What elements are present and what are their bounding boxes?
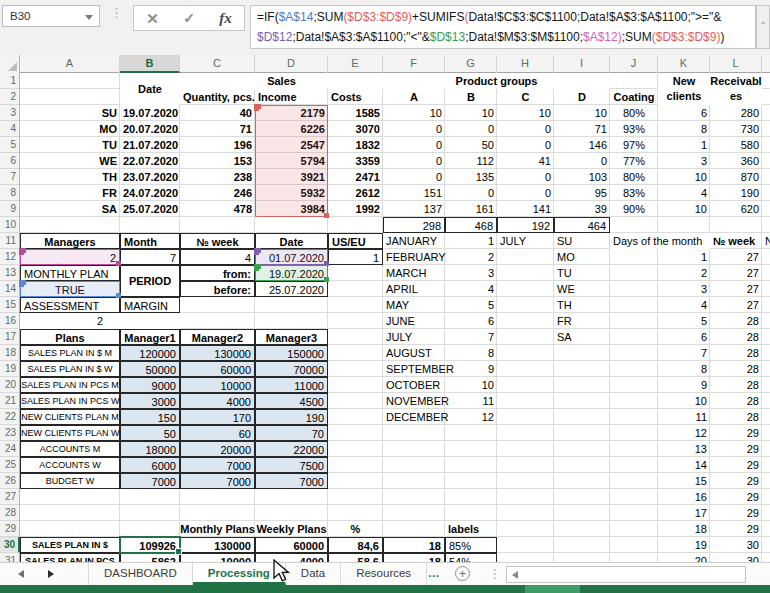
row-header-18[interactable]: 18 [0, 345, 20, 361]
cell-L9[interactable]: 620 [710, 201, 762, 217]
cell-A4[interactable]: MO [20, 121, 120, 137]
cell-D22[interactable]: 190 [255, 409, 328, 425]
cell-B20[interactable]: 9000 [120, 377, 180, 393]
cell-A23[interactable]: NEW CLIENTS PLAN W [20, 425, 120, 441]
cell-I9[interactable]: 39 [554, 201, 610, 217]
cell-B4[interactable]: 20.07.2020 [120, 121, 180, 137]
cell-A17[interactable]: Plans [20, 329, 120, 345]
tab-scroll-right-icon[interactable] [48, 570, 54, 578]
cell-L22[interactable]: 28 [710, 409, 762, 425]
cell-D25[interactable]: 7500 [255, 457, 328, 473]
cell-F31[interactable]: 18 [383, 553, 445, 562]
cell-K1[interactable]: New clients [658, 73, 710, 105]
row-header-7[interactable]: 7 [0, 169, 20, 185]
cell-C13[interactable]: from: [180, 265, 255, 281]
cell-J5[interactable]: 97% [610, 137, 658, 153]
cell-E12[interactable]: 1 [328, 249, 383, 265]
column-header-J[interactable]: J [610, 55, 658, 73]
column-header-E[interactable]: E [328, 55, 383, 73]
cell-F4[interactable]: 0 [383, 121, 445, 137]
column-header-C[interactable]: C [180, 55, 255, 73]
cell-G15[interactable]: 5 [445, 297, 497, 313]
cell-C7[interactable]: 238 [180, 169, 255, 185]
cell-C2[interactable]: Quantity, pcs. [180, 89, 255, 105]
cell-A7[interactable]: TH [20, 169, 120, 185]
cell-G17[interactable]: 7 [445, 329, 497, 345]
cell-G8[interactable]: 0 [445, 185, 497, 201]
select-all-corner[interactable] [0, 55, 20, 73]
cell-F12[interactable]: FEBRUARY [383, 249, 445, 265]
column-header-A[interactable]: A [20, 55, 120, 73]
cell-B15[interactable]: MARGIN [120, 297, 180, 313]
cell-L4[interactable]: 730 [710, 121, 762, 137]
cell-C31[interactable]: 10000 [180, 553, 255, 562]
column-header-M[interactable]: M [762, 55, 770, 73]
cell-J6[interactable]: 77% [610, 153, 658, 169]
cell-K5[interactable]: 1 [658, 137, 710, 153]
insert-function-icon[interactable]: fx [219, 10, 232, 27]
cell-I3[interactable]: 10 [554, 105, 610, 121]
row-header-26[interactable]: 26 [0, 473, 20, 489]
cell-C3[interactable]: 40 [180, 105, 255, 121]
cell-B21[interactable]: 3000 [120, 393, 180, 409]
cell-E4[interactable]: 3070 [328, 121, 383, 137]
cell-L12[interactable]: 27 [710, 249, 762, 265]
row-header-17[interactable]: 17 [0, 329, 20, 345]
cell-G16[interactable]: 6 [445, 313, 497, 329]
cell-D24[interactable]: 22000 [255, 441, 328, 457]
name-box[interactable]: B30 [2, 5, 100, 27]
row-header-19[interactable]: 19 [0, 361, 20, 377]
cell-B12[interactable]: 7 [120, 249, 180, 265]
horizontal-scrollbar[interactable] [506, 566, 746, 583]
cell-H6[interactable]: 41 [497, 153, 554, 169]
column-header-H[interactable]: H [497, 55, 554, 73]
cell-K30[interactable]: 19 [658, 537, 710, 553]
cell-L29[interactable]: 29 [710, 521, 762, 537]
cell-L3[interactable]: 280 [710, 105, 762, 121]
row-header-15[interactable]: 15 [0, 297, 20, 313]
cell-K6[interactable]: 3 [658, 153, 710, 169]
cell-J2[interactable]: Coating [610, 89, 658, 105]
cell-L8[interactable]: 190 [710, 185, 762, 201]
cell-K3[interactable]: 6 [658, 105, 710, 121]
cell-D2[interactable]: Income [255, 89, 328, 105]
cell-C30[interactable]: 130000 [180, 537, 255, 553]
column-header-F[interactable]: F [383, 55, 445, 73]
cell-B26[interactable]: 7000 [120, 473, 180, 489]
cell-A16[interactable]: 2 [20, 313, 180, 329]
row-header-21[interactable]: 21 [0, 393, 20, 409]
cell-I11[interactable]: SU [554, 233, 610, 249]
cell-K9[interactable]: 10 [658, 201, 710, 217]
cell-L27[interactable]: 29 [710, 489, 762, 505]
cell-A19[interactable]: SALES PLAN IN $ W [20, 361, 120, 377]
cell-J3[interactable]: 80% [610, 105, 658, 121]
cell-J11[interactable]: Days of the month [610, 233, 710, 249]
cell-K29[interactable]: 18 [658, 521, 710, 537]
cell-B19[interactable]: 50000 [120, 361, 180, 377]
tab-dashboard[interactable]: DASHBOARD [88, 563, 193, 585]
cell-A11[interactable]: Managers [20, 233, 120, 249]
row-header-31[interactable]: 31 [0, 553, 20, 562]
cancel-icon[interactable]: ✕ [146, 11, 159, 26]
cell-B3[interactable]: 19.07.2020 [120, 105, 180, 121]
cell-C17[interactable]: Manager2 [180, 329, 255, 345]
cell-L6[interactable]: 360 [710, 153, 762, 169]
row-header-13[interactable]: 13 [0, 265, 20, 281]
cell-D17[interactable]: Manager3 [255, 329, 328, 345]
cell-G14[interactable]: 4 [445, 281, 497, 297]
cell-C11[interactable]: № week [180, 233, 255, 249]
cell-L26[interactable]: 29 [710, 473, 762, 489]
cell-L25[interactable]: 29 [710, 457, 762, 473]
cell-F30[interactable]: 18 [383, 537, 445, 553]
cell-D21[interactable]: 4500 [255, 393, 328, 409]
cell-F15[interactable]: MAY [383, 297, 445, 313]
column-header-I[interactable]: I [554, 55, 610, 73]
cell-I10[interactable]: 464 [554, 217, 610, 233]
cell-F9[interactable]: 137 [383, 201, 445, 217]
cell-L11[interactable]: № week [710, 233, 762, 249]
cell-G4[interactable]: 0 [445, 121, 497, 137]
cell-A8[interactable]: FR [20, 185, 120, 201]
cell-K18[interactable]: 7 [658, 345, 710, 361]
cell-L21[interactable]: 28 [710, 393, 762, 409]
cell-K14[interactable]: 3 [658, 281, 710, 297]
